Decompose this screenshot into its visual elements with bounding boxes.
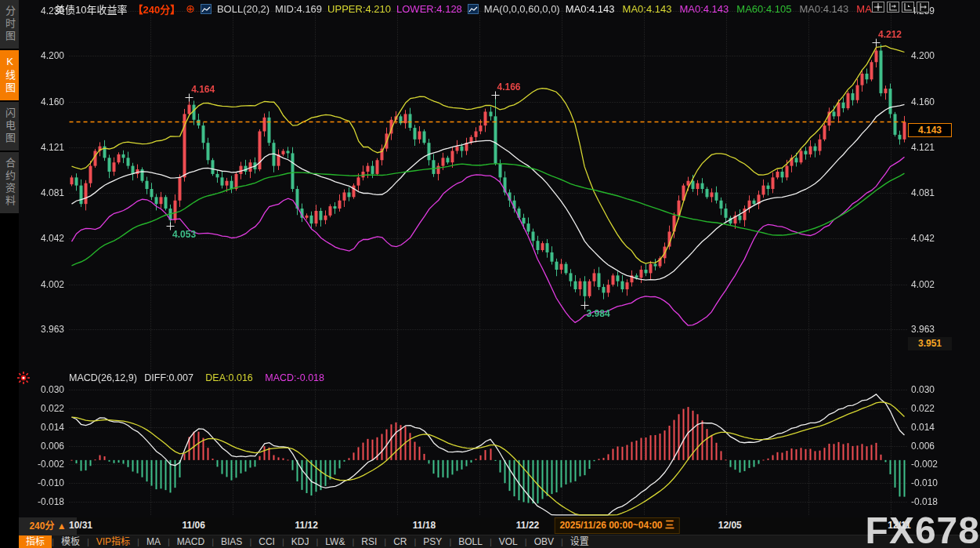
tab-kline-chart[interactable]: K线图 [0,50,19,100]
date-tick: 11/22 [516,520,539,531]
macd-tab[interactable]: MACD [170,535,212,548]
swing-high-label: 4.166 [497,82,521,93]
boll-lower-value: LOWER:4.128 [396,3,462,15]
macd-tick-right: -0.018 [911,496,955,507]
boll-mid-value: MID:4.169 [275,3,322,15]
kdj-tab[interactable]: KDJ [284,535,316,548]
live-burst-icon [16,371,31,385]
swing-high-label: 4.212 [878,29,902,40]
ma-value-1: MA0:4.143 [623,3,672,15]
ma-value-2: MA0:4.143 [679,3,729,15]
period-label[interactable]: 【240分】 [132,2,180,16]
rsi-tab[interactable]: RSI [354,535,384,548]
price-tick-left: 4.121 [20,142,64,153]
current-price-badge: 4.143 [908,123,952,137]
ma-value-0: MA0:4.143 [566,3,615,15]
price-tick-right: 4.002 [911,279,955,290]
price-tick-left: 3.963 [20,324,64,335]
template-tab[interactable]: 模板 [54,535,87,548]
macd-tick-right: 0.022 [911,403,955,414]
period-chip[interactable]: 240分 ▲ [19,517,77,535]
swing-high-label: 4.164 [191,84,215,95]
ma-params-label: MA(0,0,0,60,0,0) [484,3,560,15]
chart-tool-icons [872,2,929,13]
obv-tab[interactable]: OBV [527,535,561,548]
date-tick: 11/18 [413,520,436,531]
macd-tick-right: 0.014 [911,422,955,433]
swing-low-label: 3.984 [587,308,610,319]
ma-value-4: MA0:4.143 [799,3,848,15]
price-tick-right: 4.200 [911,50,955,61]
tab-flash-chart[interactable]: 闪电图 [0,102,19,151]
macd-macd-value: MACD:-0.018 [265,372,324,383]
price-tick-left: 4.002 [20,279,64,290]
date-axis-row: 240分 ▲ 10/3111/0611/1211/1811/2212/0512/… [0,517,980,535]
boll-params-label: BOLL(20,2) [217,3,269,15]
instrument-title: 美债10年收益率 [55,2,127,16]
cci-tab[interactable]: CCI [251,535,282,548]
ma-values-group: MA0:4.143MA0:4.143MA0:4.143MA60:4.105MA0… [566,3,872,15]
axis-shift-icon[interactable] [917,2,929,13]
axis-scale-x-icon[interactable] [887,2,899,13]
price-tick-left: 4.160 [20,96,64,107]
settings-tab[interactable]: 设置 [563,535,596,548]
tab-contract-info[interactable]: 合约资料 [0,152,19,213]
date-tick: 10/31 [69,520,92,531]
macd-tick-left: 0.022 [20,403,64,414]
bias-tab[interactable]: BIAS [214,535,249,548]
price-tick-left: 4.200 [20,50,64,61]
macd-tick-left: 0.014 [20,422,64,433]
indicator-toolbar: 指标|模板|VIP指标|MA|MACD|BIAS|CCI|KDJ|LW&|RSI… [0,535,980,548]
macd-tick-left: 0.006 [20,441,64,452]
fx678-watermark: FX678 [866,512,980,548]
pan-tool-icon[interactable] [872,2,884,13]
range-low-badge: 3.951 [908,337,952,350]
boll-tab[interactable]: BOLL [451,535,490,548]
date-tick: 12/05 [718,520,742,531]
axis-scale-y-icon[interactable] [902,2,914,13]
price-tick-left: 4.081 [20,187,64,198]
add-indicator-icon[interactable]: ⊕ [186,2,195,15]
chart-header: 美债10年收益率 【240分】 ⊕ BOLL(20,2) MID:4.169 U… [55,2,872,16]
tab-time-chart[interactable]: 分时图 [0,0,19,49]
price-tick-right: 4.042 [911,233,955,244]
boll-upper-value: UPPER:4.210 [327,3,391,15]
macd-tick-left: 0.030 [20,384,64,395]
date-tick: 11/06 [182,520,204,531]
price-tick-right: 4.160 [911,96,955,107]
vol-tab[interactable]: VOL [492,535,525,548]
kline-chart-canvas[interactable] [0,0,980,517]
macd-dea-value: DEA:0.016 [205,372,252,383]
ma-tab[interactable]: MA [139,535,168,548]
macd-tick-left: -0.018 [20,496,64,507]
macd-tick-left: -0.010 [20,477,64,488]
macd-tick-right: -0.010 [911,477,955,488]
cr-tab[interactable]: CR [386,535,414,548]
chart-app-window: 分时图K线图闪电图合约资料 美债10年收益率 【240分】 ⊕ BOLL(20,… [0,0,980,548]
boll-mini-chart-icon [201,4,212,14]
indicator-tab[interactable]: 指标 [19,535,52,548]
macd-params-label: MACD(26,12,9) [69,372,137,383]
price-tick-right: 4.081 [911,187,955,198]
macd-diff-value: DIFF:0.007 [144,372,193,383]
price-tick-right: 3.963 [911,324,955,335]
ma-value-3: MA60:4.105 [736,3,791,15]
macd-tick-right: 0.006 [911,441,955,452]
date-tick: 11/12 [295,520,318,531]
macd-header: MACD(26,12,9) DIFF:0.007 DEA:0.016 MACD:… [69,372,324,383]
macd-tick-left: -0.002 [20,459,64,470]
vip-indicator-tab[interactable]: VIP指标 [89,535,137,548]
ma-value-5: MA [856,3,872,15]
swing-low-label: 4.053 [172,229,196,240]
price-tick-left: 4.042 [20,233,64,244]
left-sidebar: 分时图K线图闪电图合约资料 [0,0,19,548]
psy-tab[interactable]: PSY [416,535,449,548]
ma-mini-chart-icon [468,4,479,14]
macd-tick-right: 0.030 [911,384,955,395]
price-tick-right: 4.121 [911,142,955,153]
hovered-bar-date-box: 2025/11/26 00:00~04:00 三 [554,517,679,534]
macd-tick-right: -0.002 [911,459,955,470]
lw-tab[interactable]: LW& [318,535,352,548]
